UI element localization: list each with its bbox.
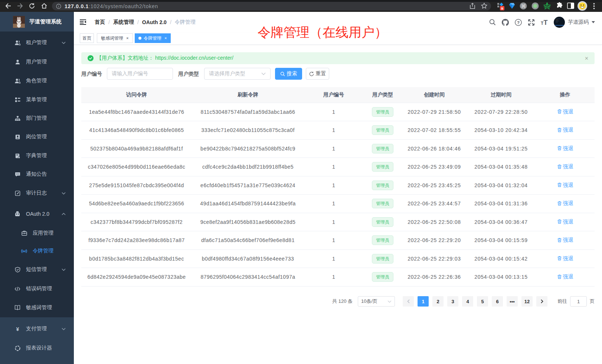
svg-text:¥: ¥ <box>16 326 19 332</box>
svg-text:T: T <box>544 19 548 26</box>
svg-text:⌘: ⌘ <box>521 3 526 9</box>
svg-text:a: a <box>23 249 25 253</box>
svg-text:9: 9 <box>501 6 503 10</box>
svg-text:?: ? <box>517 20 520 24</box>
